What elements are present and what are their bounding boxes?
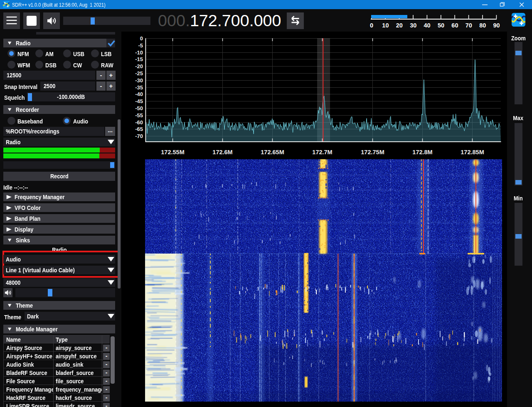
svg-text:-30: -30 [135,77,143,84]
svg-text:60: 60 [451,22,458,29]
svg-text:-65: -65 [135,126,143,132]
svg-text:80: 80 [479,22,486,29]
svg-text:-55: -55 [135,112,143,118]
svg-text:-20: -20 [135,63,143,69]
svg-text:172.7M: 172.7M [312,149,332,155]
svg-text:172.8M: 172.8M [412,149,432,155]
svg-text:-50: -50 [135,105,143,111]
svg-text:172.65M: 172.65M [261,149,284,155]
svg-text:-40: -40 [135,91,143,97]
svg-text:50: 50 [438,22,444,29]
svg-text:70: 70 [466,22,472,29]
svg-text:-35: -35 [135,84,143,91]
svg-text:-15: -15 [135,56,143,62]
svg-text:172.55M: 172.55M [161,149,184,155]
svg-text:172.75M: 172.75M [361,149,384,155]
svg-text:-60: -60 [135,119,143,126]
svg-text:-70: -70 [135,133,143,139]
svg-text:172.85M: 172.85M [461,149,484,155]
svg-text:20: 20 [396,22,403,29]
svg-text:-25: -25 [135,70,143,76]
svg-text:172.6M: 172.6M [212,149,232,155]
svg-text:-10: -10 [135,49,143,56]
svg-text:-5: -5 [138,42,143,49]
svg-text:40: 40 [424,22,431,29]
svg-text:30: 30 [410,22,416,29]
svg-text:0: 0 [140,36,143,42]
svg-text:10: 10 [382,22,389,29]
svg-text:-45: -45 [135,98,143,104]
svg-text:0: 0 [370,22,373,29]
svg-text:90: 90 [493,22,500,29]
